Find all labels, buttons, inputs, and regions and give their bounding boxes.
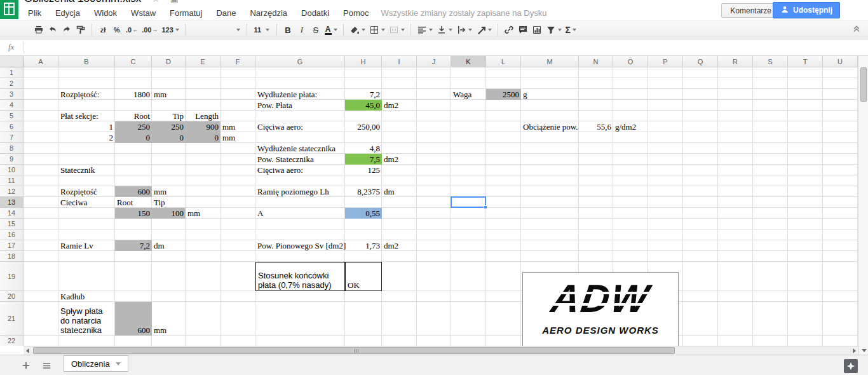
menu-dodatki[interactable]: Dodatki: [294, 8, 336, 18]
column-header-A[interactable]: A: [24, 56, 58, 67]
cell-F6[interactable]: mm: [220, 121, 255, 132]
cell-B3[interactable]: Rozpiętość:: [58, 89, 115, 100]
row-header-5[interactable]: 5: [0, 111, 23, 121]
cell-H6[interactable]: 250,00: [345, 121, 382, 132]
cell-C12[interactable]: 600: [115, 186, 152, 197]
text-color-button[interactable]: A: [323, 22, 339, 38]
column-header-Q[interactable]: Q: [683, 56, 718, 67]
column-header-M[interactable]: M: [521, 56, 579, 67]
font-size-dropdown[interactable]: 11: [251, 23, 273, 37]
cell-D14[interactable]: 100: [152, 208, 186, 219]
row-header-11[interactable]: 11: [0, 175, 23, 186]
scroll-left-arrow[interactable]: [26, 348, 29, 353]
column-header-I[interactable]: I: [382, 56, 417, 67]
cell-D7[interactable]: 0: [152, 132, 186, 143]
star-icon[interactable]: ☆: [152, 0, 160, 4]
italic-button[interactable]: I: [295, 22, 309, 38]
column-header-E[interactable]: E: [186, 56, 220, 67]
percent-format-button[interactable]: %: [110, 22, 124, 38]
cell-D6[interactable]: 250: [152, 121, 186, 132]
cell-C7[interactable]: 0: [115, 132, 152, 143]
row-header-14[interactable]: 14: [0, 208, 23, 219]
cell-B6[interactable]: 1: [58, 121, 115, 132]
vertical-scrollbar-thumb[interactable]: [860, 67, 867, 102]
cell-G6[interactable]: Cięciwa aero:: [255, 121, 345, 132]
cell-H4[interactable]: 45,0: [345, 100, 382, 111]
cell-C17[interactable]: 7,2: [115, 240, 152, 251]
explore-button[interactable]: [844, 359, 858, 373]
horizontal-scrollbar[interactable]: [24, 346, 858, 355]
menu-wstaw[interactable]: Wstaw: [124, 8, 163, 18]
increase-decimal-button[interactable]: .00→: [140, 22, 159, 38]
more-formats-button[interactable]: 123: [159, 22, 180, 38]
paint-format-icon[interactable]: [74, 22, 88, 38]
cell-O6[interactable]: g/dm2: [613, 121, 648, 132]
document-title[interactable]: Obliczenia 1800mm.xlsx: [24, 0, 141, 5]
menu-widok[interactable]: Widok: [87, 8, 124, 18]
menu-formatuj[interactable]: Formatuj: [163, 8, 209, 18]
functions-button[interactable]: Σ: [564, 22, 578, 38]
print-icon[interactable]: [32, 22, 46, 38]
column-header-R[interactable]: R: [718, 56, 753, 67]
filter-icon[interactable]: [544, 22, 564, 38]
fill-handle[interactable]: [484, 205, 487, 209]
select-all-corner[interactable]: [0, 56, 24, 67]
cell-H12[interactable]: 8,2375: [345, 186, 382, 197]
cell-F7[interactable]: mm: [220, 132, 255, 143]
cell-E6[interactable]: 900: [186, 121, 220, 132]
collapse-toolbar-icon[interactable]: [851, 24, 862, 36]
row-header-12[interactable]: 12: [0, 186, 23, 197]
text-wrap-button[interactable]: [454, 22, 474, 38]
cell-C6[interactable]: 250: [115, 121, 152, 132]
cell-H3[interactable]: 7,2: [345, 89, 382, 100]
cell-H14[interactable]: 0,55: [345, 208, 382, 219]
cell-D21[interactable]: mm: [152, 302, 186, 336]
row-header-22[interactable]: 22: [0, 336, 23, 346]
cell-I12[interactable]: dm: [382, 186, 417, 197]
cell-B12[interactable]: Rozpiętość: [58, 186, 115, 197]
vertical-scrollbar[interactable]: [858, 56, 868, 355]
column-header-O[interactable]: O: [613, 56, 648, 67]
row-header-15[interactable]: 15: [0, 219, 23, 229]
cell-B5[interactable]: Płat sekcje:: [58, 111, 115, 121]
adw-logo-image[interactable]: ADW AERO DESIGN WORKS: [522, 272, 679, 346]
cell-I9[interactable]: dm2: [382, 154, 417, 165]
column-header-C[interactable]: C: [115, 56, 152, 67]
selected-cell[interactable]: [451, 196, 486, 208]
menu-edycja[interactable]: Edycja: [48, 8, 87, 18]
cell-G14[interactable]: A: [255, 208, 345, 219]
cell-B7[interactable]: 2: [58, 132, 115, 143]
column-header-S[interactable]: S: [753, 56, 788, 67]
menu-pomoc[interactable]: Pomoc: [336, 8, 376, 18]
cell-K3[interactable]: Waga: [451, 89, 486, 100]
column-header-H[interactable]: H: [345, 56, 382, 67]
row-header-17[interactable]: 17: [0, 240, 23, 251]
cell-D13[interactable]: Tip: [152, 197, 186, 208]
column-header-P[interactable]: P: [648, 56, 683, 67]
column-header-G[interactable]: G: [255, 56, 345, 67]
row-header-1[interactable]: 1: [0, 67, 23, 78]
row-header-7[interactable]: 7: [0, 132, 23, 143]
cell-D3[interactable]: mm: [152, 89, 186, 100]
cell-G8[interactable]: Wydłużenie statecznika: [255, 143, 345, 154]
chevron-down-icon[interactable]: [116, 362, 121, 365]
scroll-down-arrow[interactable]: [862, 349, 867, 352]
cell-M6[interactable]: Obciążenie pow.: [521, 121, 579, 132]
cell-G3[interactable]: Wydłużenie płata:: [255, 89, 345, 100]
add-sheet-button[interactable]: [19, 358, 33, 372]
redo-icon[interactable]: [60, 22, 74, 38]
column-header-B[interactable]: B: [58, 56, 115, 67]
row-header-3[interactable]: 3: [0, 89, 23, 100]
cell-D12[interactable]: mm: [152, 186, 186, 197]
cell-C3[interactable]: 1800: [115, 89, 152, 100]
vertical-align-button[interactable]: [435, 22, 454, 38]
comments-button[interactable]: Komentarze: [721, 3, 780, 18]
cell-G4[interactable]: Pow. Płata: [255, 100, 345, 111]
row-header-20[interactable]: 20: [0, 291, 23, 302]
cell-G9[interactable]: Pow. Statecznika: [255, 154, 345, 165]
column-header-J[interactable]: J: [417, 56, 451, 67]
document-title-clipped[interactable]: Obliczenia 1800mm.xlsx ☆ ▣: [24, 0, 215, 6]
row-header-19[interactable]: 19: [0, 262, 23, 291]
bold-button[interactable]: B: [281, 22, 295, 38]
strikethrough-button[interactable]: S: [309, 22, 323, 38]
